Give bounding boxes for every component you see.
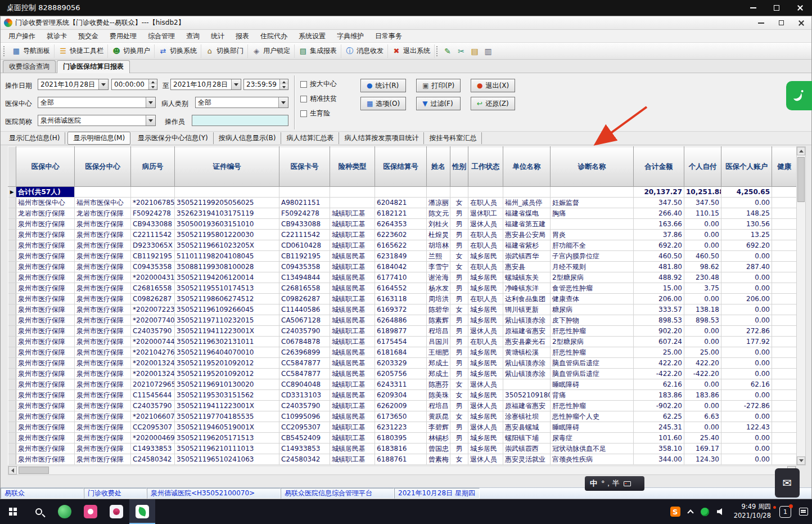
table-cell[interactable]: 62.16 [721, 379, 772, 390]
restore-button[interactable] [771, 16, 791, 29]
table-cell[interactable]: D9233065X [131, 240, 175, 251]
table-cell[interactable]: 0.00 [684, 337, 721, 347]
table-cell[interactable] [772, 283, 797, 294]
table-cell[interactable]: 紫山镇顶赤涂 [503, 358, 551, 369]
table-cell[interactable]: 城镇居民基 [330, 304, 375, 315]
table-cell[interactable]: CC5847877 [279, 358, 330, 369]
table-cell[interactable]: 宫颈炎性疾病 [551, 454, 634, 465]
table-cell[interactable]: 男 [450, 369, 468, 379]
table-cell[interactable]: 男 [450, 433, 468, 444]
table-cell[interactable]: 350521196302131011 [175, 337, 279, 347]
table-cell[interactable]: 福州市医保中心 [16, 198, 75, 208]
table-cell[interactable]: 6164552 [375, 283, 427, 294]
table-cell[interactable]: 287.40 [721, 262, 772, 272]
table-cell[interactable]: 902.20 [634, 326, 684, 337]
table-cell[interactable]: 6181684 [375, 347, 427, 358]
scroll-up-icon[interactable] [797, 147, 805, 155]
table-cell[interactable]: 泉州市医疗保障 [16, 454, 75, 465]
table-cell[interactable]: 曾素梅 [427, 454, 450, 465]
table-cell[interactable]: 泉州市医疗保障 [75, 294, 131, 304]
toolbar-button[interactable]: ☻ 切换用户 [108, 44, 155, 58]
table-cell[interactable]: 女 [450, 411, 468, 422]
table-row[interactable]: 泉州市医疗保障泉州市医疗保障*2020004693505211962051715… [8, 433, 797, 444]
row-selector[interactable] [8, 208, 16, 219]
subtab[interactable]: 按挂号科室汇总 [424, 132, 482, 144]
table-cell[interactable]: 15.00 [634, 283, 684, 294]
menu-item[interactable]: 统计 [205, 30, 230, 42]
patient-type-select[interactable]: 全部 [195, 97, 288, 108]
row-selector[interactable] [8, 422, 16, 433]
table-cell[interactable]: F50924278 [279, 208, 330, 219]
table-cell[interactable]: C22111542 [279, 230, 330, 240]
table-cell[interactable]: 男 [450, 294, 468, 304]
table-cell[interactable]: 螺城镇东关 [503, 272, 551, 283]
table-cell[interactable] [772, 272, 797, 283]
table-cell[interactable]: 城镇居民基 [330, 283, 375, 294]
table-cell[interactable]: 男 [450, 401, 468, 411]
table-cell[interactable]: 崇武镇霞西 [503, 444, 551, 454]
subtab[interactable]: 显示汇总信息(H) [4, 132, 65, 144]
table-row[interactable]: 泉州市医疗保障泉州市医疗保障C1493385335052119621011101… [8, 444, 797, 454]
table-cell[interactable] [772, 358, 797, 369]
table-cell[interactable]: 城乡居民 [468, 347, 503, 358]
chevron-down-icon[interactable] [146, 115, 155, 126]
table-cell[interactable]: CA5067128 [279, 315, 330, 326]
table-cell[interactable]: 皮下肿物 [551, 315, 634, 326]
table-cell[interactable]: 兰熙 [427, 251, 450, 262]
table-cell[interactable]: 350521198606274512 [175, 294, 279, 304]
table-cell[interactable]: 城镇居民基 [330, 369, 375, 379]
table-cell[interactable]: 350521199205056025 [175, 198, 279, 208]
table-cell[interactable]: 原福建省惠安 [503, 401, 551, 411]
table-cell[interactable]: 泉州市医疗保障 [16, 304, 75, 315]
scroll-down-icon[interactable] [797, 456, 805, 465]
table-cell[interactable]: 98.62 [684, 262, 721, 272]
tray-green-button[interactable] [697, 499, 713, 524]
table-cell[interactable]: C26396899 [279, 347, 330, 358]
table-row[interactable]: 泉州市医疗保障泉州市医疗保障CC209530735052119460519001… [8, 422, 797, 433]
table-cell[interactable]: 422.20 [634, 358, 684, 369]
tray-expand-button[interactable] [684, 499, 697, 524]
remote-close-button[interactable] [788, 0, 812, 16]
table-cell[interactable]: 男 [450, 272, 468, 283]
table-row[interactable]: 泉州市医疗保障泉州市医疗保障D9233065X35052119661023205… [8, 240, 797, 251]
toolbar-button[interactable]: ✖ 退出系统 [388, 44, 435, 58]
table-cell[interactable]: 惠安县豪光石 [503, 337, 551, 347]
table-total-row[interactable]: ▶合计(共57人)20,137.2710,251.884,250.65 [8, 187, 797, 198]
table-cell[interactable]: 城乡居民 [468, 315, 503, 326]
table-cell[interactable]: 177.92 [721, 337, 772, 347]
table-cell[interactable]: C26816558 [279, 283, 330, 294]
table-cell[interactable]: 食管恶性肿瘤 [551, 283, 634, 294]
row-selector[interactable] [8, 401, 16, 411]
chevron-down-icon[interactable] [231, 79, 241, 89]
table-cell[interactable] [551, 187, 634, 198]
table-row[interactable]: 泉州市医疗保障泉州市医疗保障C2681655835052119551017451… [8, 283, 797, 294]
table-cell[interactable]: 黄跃昆 [427, 411, 450, 422]
row-selector[interactable] [8, 219, 16, 230]
table-cell[interactable]: 122.43 [721, 422, 772, 433]
table-cell[interactable]: 退休人员 [468, 219, 503, 230]
column-header[interactable]: 医保分中心 [75, 147, 131, 187]
table-cell[interactable]: 25.00 [634, 347, 684, 358]
table-cell[interactable]: 0.00 [721, 369, 772, 379]
table-cell[interactable]: 6203329 [375, 358, 427, 369]
table-cell[interactable] [772, 262, 797, 272]
spin-up-icon[interactable] [149, 79, 157, 84]
table-row[interactable]: 泉州市医疗保障泉州市医疗保障C2211154235052119580122003… [8, 230, 797, 240]
table-cell[interactable]: 脑血管病后遗症 [551, 358, 634, 369]
table-cell[interactable] [772, 390, 797, 401]
table-row[interactable]: 泉州市医疗保障泉州市医疗保障C2403579035052119411223001… [8, 326, 797, 337]
table-cell[interactable]: 泉州市医疗保障 [16, 315, 75, 326]
table-cell[interactable]: 350500193603151010 [175, 219, 279, 230]
table-cell[interactable]: 266.40 [634, 208, 684, 219]
table-cell[interactable]: CB1192195 [131, 251, 175, 262]
table-row[interactable]: 龙岩市医疗保障龙岩市医疗保障F5092427835262319410317511… [8, 208, 797, 219]
taskbar-app-browser[interactable] [52, 499, 78, 524]
table-cell[interactable]: -272.86 [721, 401, 772, 411]
table-cell[interactable]: 344.00 [634, 454, 684, 465]
chevron-down-icon[interactable] [278, 97, 288, 108]
table-row[interactable]: 福州市医保中心福州市医保中心*2021067853505211992050560… [8, 198, 797, 208]
table-cell[interactable]: 妊娠监督 [551, 198, 634, 208]
table-cell[interactable] [551, 219, 634, 230]
table-cell[interactable]: 郑成土 [427, 369, 450, 379]
table-cell[interactable]: 泉州市医疗保障 [75, 240, 131, 251]
